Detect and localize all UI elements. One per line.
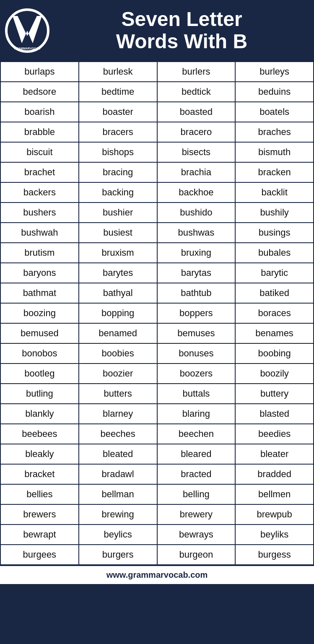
word-cell: beebees [0,424,79,444]
table-row: bedsorebedtimebedtickbeduins [0,82,314,102]
word-cell: bushwas [157,223,236,243]
word-cell: brewery [157,504,236,525]
word-cell: bathyal [79,283,157,303]
word-cell: bopping [79,303,157,323]
word-cell: bleater [235,444,314,464]
word-cell: bishops [79,142,157,162]
table-row: beebeesbeechesbeechenbeedies [0,424,314,444]
word-cell: bracken [235,162,314,182]
table-row: belliesbellmanbellingbellmen [0,484,314,504]
word-cell: beedies [235,424,314,444]
word-cell: burgers [79,545,157,565]
word-cell: bushwah [0,223,79,243]
word-cell: brutism [0,243,79,263]
word-cell: bonuses [157,343,236,364]
page-title: Seven Letter Words With B [58,8,306,53]
word-cell: brachia [157,162,236,182]
word-cell: boarish [0,102,79,122]
word-cell: batiked [235,283,314,303]
word-cell: boasted [157,102,236,122]
footer-url: www.grammarvocab.com [106,570,208,579]
table-row: bemusedbenamedbemusesbenames [0,323,314,343]
svg-text:GRAMMARVOCAB: GRAMMARVOCAB [14,47,40,50]
word-cell: bellman [79,484,157,504]
table-row: bracketbradawlbractedbradded [0,464,314,484]
word-cell: burlesk [79,62,157,82]
table-row: bootlegboozierboozersboozily [0,364,314,384]
word-cell: bellmen [235,484,314,504]
word-cell: bubales [235,243,314,263]
table-row: biscuitbishopsbisectsbismuth [0,142,314,162]
word-cell: blankly [0,404,79,424]
word-cell: boozers [157,364,236,384]
word-cell: bushily [235,203,314,223]
word-cell: baryons [0,263,79,283]
header: GRAMMARVOCAB Seven Letter Words With B [0,0,314,61]
word-cell: boppers [157,303,236,323]
table-row: brachetbracingbrachiabracken [0,162,314,182]
word-cell: bewrays [157,525,236,545]
word-cell: bracing [79,162,157,182]
table-row: boozingboppingboppersboraces [0,303,314,323]
word-cell: bracers [79,122,157,142]
word-cell: brabble [0,122,79,142]
word-cell: blaring [157,404,236,424]
word-cell: bedtime [79,82,157,102]
word-cell: beeches [79,424,157,444]
word-cell: blasted [235,404,314,424]
word-cell: boatels [235,102,314,122]
table-row: baryonsbarytesbarytasbarytic [0,263,314,283]
word-cell: burleys [235,62,314,82]
word-cell: burlaps [0,62,79,82]
word-cell: bisects [157,142,236,162]
word-cell: brewpub [235,504,314,525]
word-cell: bedtick [157,82,236,102]
table-row: burlapsburleskburlersburleys [0,62,314,82]
word-cell: benames [235,323,314,343]
table-row: brabblebracersbracerobraches [0,122,314,142]
word-cell: boozing [0,303,79,323]
word-cell: bootleg [0,364,79,384]
word-cell: backing [79,182,157,203]
word-cell: brewers [0,504,79,525]
word-cell: bedsore [0,82,79,102]
word-cell: bracted [157,464,236,484]
word-cell: blarney [79,404,157,424]
word-cell: bewrapt [0,525,79,545]
word-cell: burlers [157,62,236,82]
word-cell: backers [0,182,79,203]
word-cell: boraces [235,303,314,323]
word-cell: barytes [79,263,157,283]
word-cell: backhoe [157,182,236,203]
word-table: burlapsburleskburlersburleysbedsorebedti… [0,61,314,565]
table-row: boarishboasterboastedboatels [0,102,314,122]
footer: www.grammarvocab.com [0,565,314,584]
table-row: bleaklybleatedblearedbleater [0,444,314,464]
word-cell: bemused [0,323,79,343]
word-cell: bathtub [157,283,236,303]
word-cell: bushido [157,203,236,223]
word-cell: bracero [157,122,236,142]
word-cell: bleated [79,444,157,464]
word-cell: bushers [0,203,79,223]
word-cell: bracket [0,464,79,484]
table-row: burgeesburgersburgeonburgess [0,545,314,565]
table-row: bushwahbusiestbushwasbusings [0,223,314,243]
word-cell: buttals [157,384,236,404]
table-row: bewraptbeylicsbewraysbeyliks [0,525,314,545]
word-cell: boozily [235,364,314,384]
word-cell: boozier [79,364,157,384]
word-cell: butters [79,384,157,404]
word-cell: buttery [235,384,314,404]
word-cell: bruxism [79,243,157,263]
word-cell: boobing [235,343,314,364]
word-cell: bruxing [157,243,236,263]
word-cell: beylics [79,525,157,545]
table-row: blanklyblarneyblaringblasted [0,404,314,424]
table-row: brutismbruxismbruxingbubales [0,243,314,263]
word-cell: backlit [235,182,314,203]
word-cell: braches [235,122,314,142]
word-cell: boaster [79,102,157,122]
word-cell: burgess [235,545,314,565]
table-row: brewersbrewingbrewerybrewpub [0,504,314,525]
